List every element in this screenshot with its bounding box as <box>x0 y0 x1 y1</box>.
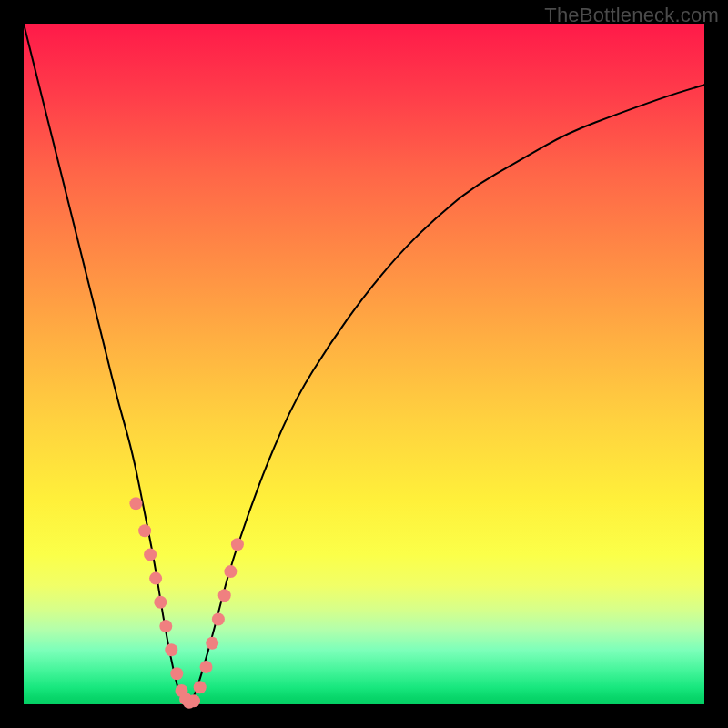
outer-frame: TheBottleneck.com <box>0 0 728 728</box>
marker-point <box>194 681 207 693</box>
marker-point <box>212 613 225 626</box>
marker-point <box>149 572 162 585</box>
marker-point <box>231 538 244 551</box>
plot-area <box>24 24 704 704</box>
marker-point <box>144 548 157 561</box>
marker-point <box>129 497 142 510</box>
marker-point <box>165 643 177 656</box>
marker-point <box>224 565 237 578</box>
marker-point <box>218 589 231 602</box>
chart-svg <box>24 24 704 704</box>
marker-point <box>187 694 200 707</box>
marker-point <box>200 661 213 673</box>
marker-point <box>206 637 218 650</box>
marker-point <box>138 524 151 537</box>
marker-point <box>154 596 167 609</box>
watermark-text: TheBottleneck.com <box>544 4 719 27</box>
marker-group <box>129 497 244 709</box>
bottleneck-curve <box>24 24 704 703</box>
marker-point <box>159 620 172 632</box>
marker-point <box>170 667 183 680</box>
